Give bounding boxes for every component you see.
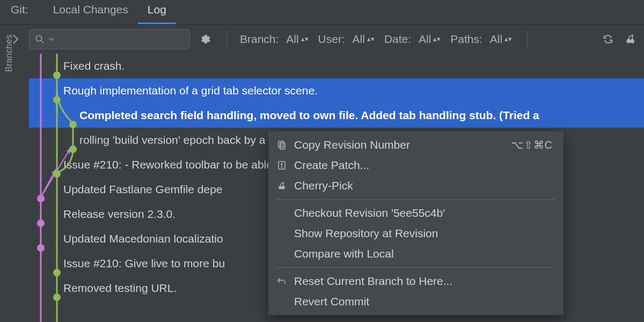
sort-icon: ▴▾ (504, 37, 512, 41)
menu-item-label: Copy Revision Number (294, 138, 410, 151)
tab-local-changes[interactable]: Local Changes (43, 0, 138, 24)
menu-item-label: Cherry-Pick (294, 179, 353, 192)
menu-item[interactable]: Show Repository at Revision (268, 223, 564, 244)
menu-item[interactable]: Checkout Revision '5ee55c4b' (268, 203, 564, 223)
menu-item-label: Checkout Revision '5ee55c4b' (294, 207, 445, 219)
chevron-down-icon[interactable] (49, 36, 54, 42)
filter-paths[interactable]: Paths: All▴▾ (450, 33, 512, 46)
gear-icon[interactable] (200, 33, 211, 45)
svg-point-10 (53, 71, 61, 79)
filter-date[interactable]: Date: All▴▾ (384, 33, 441, 46)
menu-separator (276, 199, 556, 200)
svg-point-0 (36, 35, 41, 41)
commit-row[interactable]: Completed search field handling, moved t… (29, 103, 644, 128)
svg-point-29 (279, 186, 282, 189)
svg-point-16 (37, 219, 45, 227)
vcs-title: Git: (8, 0, 32, 24)
menu-item-label: Create Patch... (294, 159, 369, 172)
menu-item-label: Compare with Local (294, 247, 394, 260)
commit-graph (29, 54, 88, 322)
menu-item[interactable]: Reset Current Branch to Here... (268, 271, 564, 291)
menu-item-label: Revert Commit (294, 295, 369, 308)
patch-icon (276, 160, 288, 170)
svg-point-15 (37, 195, 45, 202)
menu-item[interactable]: Create Patch... (268, 155, 564, 175)
tab-log[interactable]: Log (138, 0, 176, 24)
menu-item[interactable]: Compare with Local (268, 244, 564, 264)
undo-icon (276, 276, 288, 286)
commit-row[interactable]: Fixed crash. (29, 54, 644, 78)
menu-item-label: Show Repository at Revision (294, 227, 438, 240)
divider (226, 30, 227, 48)
search-field[interactable] (58, 34, 184, 45)
copy-icon (276, 140, 288, 150)
sort-icon: ▴▾ (433, 37, 441, 41)
commit-row[interactable]: Rough implementation of a grid tab selec… (29, 78, 644, 103)
svg-point-14 (53, 170, 61, 178)
menu-item[interactable]: Copy Revision Number⌥⇧⌘C (268, 135, 564, 155)
cherry-pick-icon[interactable] (625, 33, 636, 45)
svg-point-13 (69, 145, 77, 153)
menu-item[interactable]: Revert Commit (268, 291, 564, 312)
commit-context-menu: Copy Revision Number⌥⇧⌘CCreate Patch...C… (268, 131, 564, 315)
svg-point-12 (69, 121, 77, 128)
menu-item-label: Reset Current Branch to Here... (294, 275, 452, 288)
svg-point-3 (630, 39, 634, 43)
refresh-icon[interactable] (602, 33, 614, 45)
filter-user[interactable]: User: All▴▾ (318, 33, 375, 46)
svg-line-1 (41, 41, 44, 43)
menu-item[interactable]: Cherry-Pick (268, 175, 564, 196)
menu-shortcut: ⌥⇧⌘C (511, 138, 553, 151)
menu-separator (276, 267, 556, 268)
svg-point-18 (53, 269, 61, 276)
svg-point-19 (53, 294, 61, 301)
sort-icon: ▴▾ (367, 37, 375, 41)
sidebar-branches-label[interactable]: Branches (4, 34, 14, 72)
svg-point-2 (626, 39, 631, 43)
search-icon (35, 34, 45, 44)
divider (527, 30, 528, 48)
sort-icon: ▴▾ (301, 37, 309, 41)
cherry-icon (276, 181, 288, 191)
log-search-input[interactable] (29, 29, 190, 49)
filter-branch[interactable]: Branch: All▴▾ (240, 33, 309, 46)
svg-point-11 (53, 96, 61, 104)
svg-point-30 (282, 186, 285, 189)
svg-point-17 (37, 244, 45, 252)
